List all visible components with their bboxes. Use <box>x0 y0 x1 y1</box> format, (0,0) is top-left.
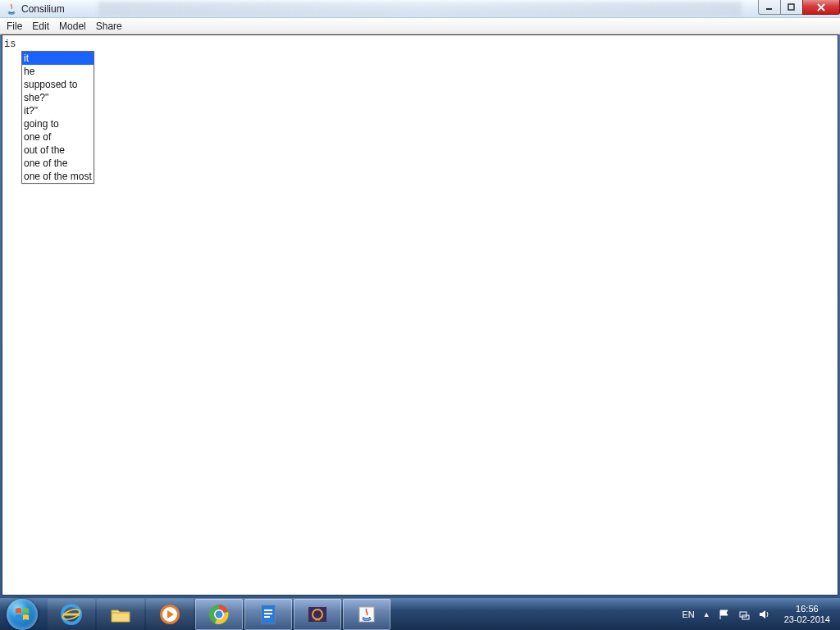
java-icon <box>354 602 379 627</box>
menu-file[interactable]: File <box>2 19 27 34</box>
autocomplete-item[interactable]: she?" <box>22 91 94 104</box>
autocomplete-item[interactable]: it <box>22 52 94 65</box>
java-app-icon <box>5 2 18 16</box>
network-icon[interactable] <box>738 609 750 620</box>
taskbar-java-app[interactable] <box>343 599 390 630</box>
editor-text: is <box>2 37 17 52</box>
start-button[interactable] <box>0 598 44 631</box>
tray-overflow-icon[interactable]: ▲ <box>703 610 710 619</box>
svg-point-8 <box>216 610 223 618</box>
windows-logo-icon <box>14 606 30 623</box>
document-icon <box>256 602 281 627</box>
system-tray: EN ▲ 16:56 23-02-2014 <box>682 598 840 631</box>
clock-date: 23-02-2014 <box>784 614 830 625</box>
autocomplete-item[interactable]: out of the <box>22 144 94 157</box>
taskbar-chrome[interactable] <box>195 599 243 630</box>
svg-rect-18 <box>740 612 746 617</box>
autocomplete-item[interactable]: it?" <box>22 104 94 117</box>
taskbar: IDE EN ▲ <box>0 597 840 630</box>
menu-share[interactable]: Share <box>91 19 127 34</box>
taskbar-ie[interactable] <box>48 599 95 630</box>
editor-area[interactable]: is <box>2 34 838 596</box>
autocomplete-item[interactable]: one of <box>22 130 94 144</box>
autocomplete-item[interactable]: going to <box>22 117 94 130</box>
close-button[interactable] <box>802 0 840 15</box>
clock-time: 16:56 <box>784 604 830 614</box>
aero-blur-bg <box>98 2 742 16</box>
window-controls <box>759 0 840 16</box>
clock[interactable]: 16:56 23-02-2014 <box>778 604 837 625</box>
menu-bar: File Edit Model Share <box>0 18 840 34</box>
eclipse-ide-icon: IDE <box>305 602 330 627</box>
folder-icon <box>108 602 133 627</box>
autocomplete-item[interactable]: he <box>22 65 94 78</box>
flag-icon[interactable] <box>719 609 730 620</box>
menu-edit[interactable]: Edit <box>27 19 54 34</box>
svg-rect-13 <box>264 616 270 618</box>
svg-rect-12 <box>264 613 272 614</box>
ie-icon <box>59 602 84 627</box>
window-title: Consilium <box>21 3 65 15</box>
autocomplete-popup: it he supposed to she?" it?" going to on… <box>21 51 94 184</box>
language-indicator[interactable]: EN <box>682 609 695 619</box>
taskbar-libreoffice[interactable] <box>244 599 292 630</box>
svg-rect-1 <box>788 4 794 10</box>
minimize-button[interactable] <box>758 0 781 15</box>
window-titlebar: Consilium <box>0 0 840 18</box>
maximize-button[interactable] <box>780 0 803 15</box>
taskbar-pinned: IDE <box>48 599 390 630</box>
chrome-icon <box>207 602 231 627</box>
volume-icon[interactable] <box>758 609 769 620</box>
svg-text:IDE: IDE <box>315 618 321 622</box>
taskbar-explorer[interactable] <box>97 599 144 630</box>
media-player-icon <box>158 602 182 627</box>
taskbar-eclipse[interactable]: IDE <box>294 599 341 630</box>
svg-rect-11 <box>264 609 272 611</box>
autocomplete-item[interactable]: supposed to <box>22 78 94 91</box>
autocomplete-item[interactable]: one of the <box>22 157 94 170</box>
menu-model[interactable]: Model <box>54 19 91 34</box>
taskbar-media-player[interactable] <box>146 599 194 630</box>
autocomplete-item[interactable]: one of the most <box>22 170 94 183</box>
